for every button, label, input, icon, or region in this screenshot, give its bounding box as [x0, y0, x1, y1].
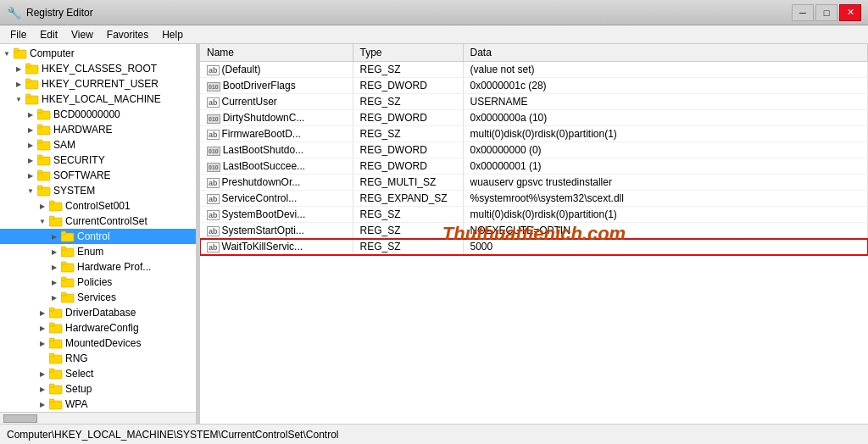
tree-item-enum[interactable]: ▶ Enum — [0, 244, 196, 259]
expander-controlset001[interactable]: ▶ — [36, 199, 49, 213]
expander-policies[interactable]: ▶ — [47, 275, 61, 289]
menubar: FileEditViewFavoritesHelp — [0, 25, 868, 44]
tree-item-rng[interactable]: RNG — [0, 351, 196, 366]
tree-item-wpa[interactable]: ▶ WPA — [0, 397, 196, 412]
table-row-5[interactable]: 010LastBootShutdo...REG_DWORD0x00000000 … — [200, 142, 868, 158]
tree-pane[interactable]: ▼ Computer▶ HKEY_CLASSES_ROOT▶ HKEY_CURR… — [0, 44, 197, 424]
tree-hscroll[interactable] — [0, 412, 196, 424]
cell-data-4: multi(0)disk(0)rdisk(0)partition(1) — [463, 126, 868, 142]
svg-rect-37 — [49, 323, 54, 326]
table-row-11[interactable]: abWaitToKillServic...REG_SZ5000 — [200, 239, 868, 255]
minimize-button[interactable]: ─ — [792, 4, 814, 21]
tree-item-hkey_current_user[interactable]: ▶ HKEY_CURRENT_USER — [0, 76, 196, 92]
tree-label-sam: SAM — [53, 139, 75, 151]
table-row-9[interactable]: abSystemBootDevi...REG_SZmulti(0)disk(0)… — [200, 207, 868, 223]
tree-container: ▼ Computer▶ HKEY_CLASSES_ROOT▶ HKEY_CURR… — [0, 46, 196, 412]
tree-item-controlset001[interactable]: ▶ ControlSet001 — [0, 198, 196, 214]
expander-hkey_current_user[interactable]: ▶ — [12, 77, 25, 91]
tree-item-system[interactable]: ▼ SYSTEM — [0, 183, 196, 198]
folder-icon-setup — [49, 383, 65, 396]
tree-item-services[interactable]: ▶ Services — [0, 290, 196, 305]
menu-item-favorites[interactable]: Favorites — [100, 27, 155, 42]
table-row-0[interactable]: ab(Default)REG_SZ(value not set) — [200, 62, 868, 78]
tree-item-computer[interactable]: ▼ Computer — [0, 46, 196, 61]
restore-button[interactable]: □ — [815, 4, 837, 21]
expander-services[interactable]: ▶ — [47, 291, 61, 304]
tree-item-policies[interactable]: ▶ Policies — [0, 275, 196, 290]
expander-hkey_classes_root[interactable]: ▶ — [12, 62, 25, 75]
menu-item-help[interactable]: Help — [155, 27, 190, 42]
tree-label-select: Select — [65, 368, 93, 380]
tree-item-currentcontrolset[interactable]: ▼ CurrentControlSet — [0, 214, 196, 229]
expander-mounteddevices[interactable]: ▶ — [36, 336, 49, 350]
expander-control[interactable]: ▶ — [47, 230, 61, 243]
tree-label-bcd00000000: BCD00000000 — [53, 108, 120, 120]
menu-item-edit[interactable]: Edit — [33, 27, 64, 42]
close-button[interactable]: ✕ — [839, 4, 861, 21]
expander-setup[interactable]: ▶ — [36, 382, 49, 396]
cell-type-1: REG_DWORD — [353, 78, 463, 94]
expander-hardware_prof[interactable]: ▶ — [47, 260, 61, 274]
svg-rect-15 — [37, 155, 42, 158]
hscroll-thumb[interactable] — [3, 414, 37, 423]
tree-item-software[interactable]: ▶ SOFTWARE — [0, 168, 196, 183]
svg-rect-41 — [49, 353, 54, 357]
tree-item-hkey_classes_root[interactable]: ▶ HKEY_CLASSES_ROOT — [0, 61, 196, 76]
table-row-6[interactable]: 010LastBootSuccee...REG_DWORD0x00000001 … — [200, 158, 868, 175]
table-row-1[interactable]: 010BootDriverFlagsREG_DWORD0x0000001c (2… — [200, 78, 868, 94]
expander-system[interactable]: ▼ — [24, 184, 37, 197]
table-row-4[interactable]: abFirmwareBootD...REG_SZmulti(0)disk(0)r… — [200, 126, 868, 142]
folder-icon-rng — [49, 352, 65, 365]
tree-item-security[interactable]: ▶ SECURITY — [0, 153, 196, 168]
tree-item-bcd00000000[interactable]: ▶ BCD00000000 — [0, 107, 196, 122]
table-row-7[interactable]: abPreshutdownOr...REG_MULTI_SZwuauserv g… — [200, 175, 868, 191]
expander-security[interactable]: ▶ — [24, 153, 37, 167]
folder-icon-wpa — [49, 398, 65, 411]
col-name: Name — [200, 44, 353, 62]
tree-item-hardware[interactable]: ▶ HARDWARE — [0, 122, 196, 137]
tree-item-sam[interactable]: ▶ SAM — [0, 137, 196, 153]
menu-item-file[interactable]: File — [3, 27, 33, 42]
expander-hardwareconfig[interactable]: ▶ — [36, 321, 49, 335]
folder-icon-services — [61, 291, 77, 304]
menu-item-view[interactable]: View — [64, 27, 100, 42]
svg-rect-43 — [49, 369, 54, 372]
cell-data-3: 0x0000000a (10) — [463, 110, 868, 126]
expander-select[interactable]: ▶ — [36, 367, 49, 380]
table-row-10[interactable]: abSystemStartOpti...REG_SZNOEXECUTE=OPTI… — [200, 223, 868, 239]
tree-label-setup: Setup — [65, 383, 92, 395]
expander-wpa[interactable]: ▶ — [36, 397, 49, 411]
tree-item-driverdatabase[interactable]: ▶ DriverDatabase — [0, 305, 196, 320]
expander-bcd00000000[interactable]: ▶ — [24, 108, 37, 121]
tree-label-control: Control — [77, 230, 110, 242]
tree-item-mounteddevices[interactable]: ▶ MountedDevices — [0, 336, 196, 351]
col-type: Type — [353, 44, 463, 62]
tree-item-hkey_local_machine[interactable]: ▼ HKEY_LOCAL_MACHINE — [0, 92, 196, 107]
expander-sam[interactable]: ▶ — [24, 138, 37, 152]
table-row-3[interactable]: 010DirtyShutdownC...REG_DWORD0x0000000a … — [200, 110, 868, 126]
expander-software[interactable]: ▶ — [24, 169, 37, 182]
expander-currentcontrolset[interactable]: ▼ — [36, 214, 49, 228]
folder-icon-hkey_current_user — [25, 78, 42, 91]
tree-item-control[interactable]: ▶ Control — [0, 229, 196, 244]
tree-item-hardwareconfig[interactable]: ▶ HardwareConfig — [0, 320, 196, 336]
tree-item-setup[interactable]: ▶ Setup — [0, 381, 196, 397]
cell-name-9: abSystemBootDevi... — [200, 207, 353, 223]
col-data: Data — [463, 44, 868, 62]
expander-enum[interactable]: ▶ — [47, 245, 61, 258]
tree-item-select[interactable]: ▶ Select — [0, 366, 196, 381]
table-row-2[interactable]: abCurrentUserREG_SZUSERNAME — [200, 94, 868, 110]
cell-name-4: abFirmwareBootD... — [200, 126, 353, 142]
table-row-8[interactable]: abServiceControl...REG_EXPAND_SZ%systemr… — [200, 191, 868, 207]
cell-name-7: abPreshutdownOr... — [200, 175, 353, 191]
tree-label-hkey_current_user: HKEY_CURRENT_USER — [42, 78, 159, 90]
titlebar: 🔧 Registry Editor ─ □ ✕ — [0, 0, 868, 25]
folder-icon-mounteddevices — [49, 337, 65, 350]
cell-name-3: 010DirtyShutdownC... — [200, 110, 353, 126]
expander-computer[interactable]: ▼ — [0, 47, 14, 60]
tree-item-hardware_prof[interactable]: ▶ Hardware Prof... — [0, 259, 196, 275]
cell-data-10: NOEXECUTE=OPTIN — [463, 223, 868, 239]
expander-driverdatabase[interactable]: ▶ — [36, 306, 49, 319]
expander-hkey_local_machine[interactable]: ▼ — [12, 92, 25, 106]
expander-hardware[interactable]: ▶ — [24, 123, 37, 136]
